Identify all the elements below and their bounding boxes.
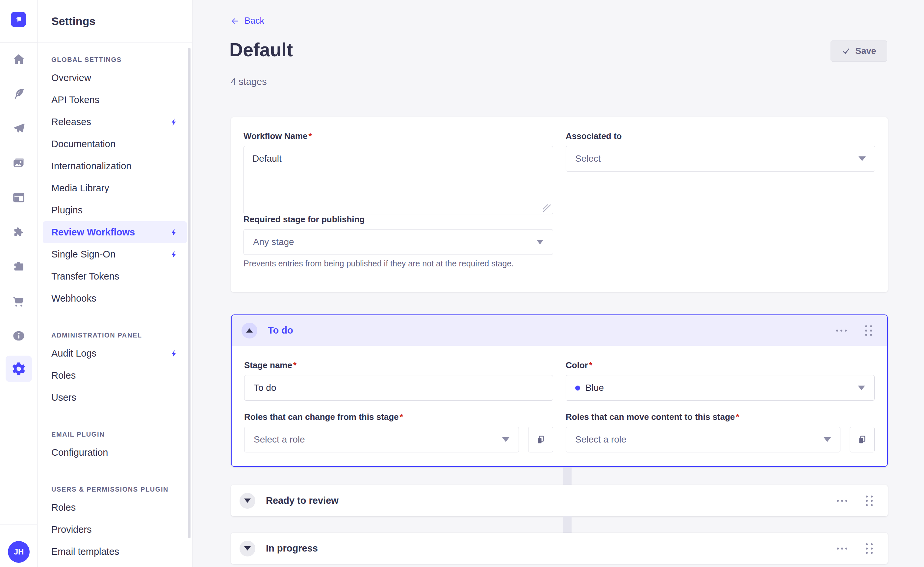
required-asterisk: * — [293, 360, 297, 370]
strapi-logo-icon — [14, 15, 23, 24]
rail-divider-bottom — [0, 525, 38, 525]
stage-color-label: Color* — [566, 360, 592, 370]
layout-panel-icon[interactable] — [11, 190, 27, 206]
stage-card-todo: To do Stage name* Color* — [231, 314, 888, 467]
content-type-builder-icon[interactable] — [11, 86, 27, 102]
plugins-puzzle-icon[interactable] — [11, 224, 27, 240]
associated-to-select[interactable]: Select — [566, 146, 875, 171]
information-icon[interactable] — [11, 328, 27, 344]
main-content: Back Default 4 stages Save Workflow Name… — [192, 0, 924, 567]
sidebar-item-audit-logs[interactable]: Audit Logs — [43, 343, 187, 364]
stage-title: In progress — [266, 543, 318, 554]
expand-button[interactable] — [240, 493, 255, 509]
sidebar-item-api-tokens[interactable]: API Tokens — [43, 89, 187, 111]
lightning-icon — [170, 118, 178, 126]
drag-handle-icon[interactable] — [864, 493, 874, 508]
settings-gear-icon[interactable] — [6, 356, 32, 382]
page-title: Default — [230, 39, 293, 60]
stage-color-field: Color* Blue — [566, 360, 874, 401]
roles-move-select[interactable]: Select a role — [566, 427, 840, 453]
stage-connector — [563, 516, 572, 533]
chevron-down-icon — [244, 546, 251, 550]
sidebar-item-users[interactable]: Users — [43, 387, 187, 409]
stage-color-select[interactable]: Blue — [566, 375, 874, 401]
associated-to-field: Associated to Select — [566, 131, 875, 268]
lightning-icon — [170, 349, 178, 358]
sidebar-item-media-library[interactable]: Media Library — [43, 177, 187, 199]
section-email-plugin: EMAIL PLUGIN — [43, 427, 187, 442]
strapi-logo[interactable] — [11, 12, 26, 27]
roles-move-label: Roles that can move content to this stag… — [566, 412, 739, 422]
sidebar-item-overview[interactable]: Overview — [43, 67, 187, 89]
lightning-icon — [170, 228, 178, 237]
sidebar-item-configuration[interactable]: Configuration — [43, 442, 187, 463]
stage-connector — [563, 467, 572, 485]
sidebar-scrollbar[interactable] — [188, 48, 190, 538]
required-stage-label: Required stage for publishing — [243, 214, 364, 224]
stage-title: To do — [268, 325, 293, 336]
stage-card-in-progress: In progress — [231, 533, 888, 564]
chevron-down-icon — [858, 386, 865, 390]
app-window: JH Settings GLOBAL SETTINGS Overview API… — [0, 0, 924, 567]
duplicate-roles-button[interactable] — [528, 427, 553, 453]
drag-handle-icon[interactable] — [864, 541, 874, 556]
required-asterisk: * — [309, 131, 312, 141]
expand-button[interactable] — [240, 541, 255, 556]
workflow-name-label: Workflow Name* — [243, 131, 312, 141]
sidebar-item-up-roles[interactable]: Roles — [43, 496, 187, 519]
required-stage-hint: Prevents entries from being published if… — [243, 259, 553, 268]
stage-menu-icon[interactable] — [834, 328, 849, 334]
purchase-cart-icon[interactable] — [11, 293, 27, 309]
nav-rail: JH — [0, 0, 38, 567]
workflow-name-field: Workflow Name* Default Required stage fo… — [243, 131, 553, 268]
section-users-permissions-plugin: USERS & PERMISSIONS PLUGIN — [43, 482, 187, 496]
sidebar-item-admin-roles[interactable]: Roles — [43, 364, 187, 387]
duplicate-roles-button[interactable] — [850, 427, 874, 453]
marketplace-puzzle-icon[interactable] — [11, 259, 27, 275]
sidebar-item-webhooks[interactable]: Webhooks — [43, 287, 187, 310]
home-icon[interactable] — [11, 51, 27, 67]
required-stage-select[interactable]: Any stage — [243, 229, 553, 255]
drag-handle-icon[interactable] — [863, 323, 874, 338]
sidebar-item-review-workflows[interactable]: Review Workflows — [43, 221, 187, 243]
stage-name-input[interactable] — [244, 375, 553, 401]
sidebar-item-providers[interactable]: Providers — [43, 519, 187, 541]
associated-to-label: Associated to — [566, 131, 622, 141]
sidebar-item-documentation[interactable]: Documentation — [43, 133, 187, 155]
section-administration-panel: ADMINISTRATION PANEL — [43, 328, 187, 343]
check-icon — [842, 47, 850, 56]
save-button[interactable]: Save — [831, 41, 887, 62]
sidebar-item-advanced-settings[interactable]: Advanced settings — [43, 563, 187, 567]
user-avatar[interactable]: JH — [8, 541, 30, 563]
sidebar-item-email-templates[interactable]: Email templates — [43, 541, 187, 563]
chevron-down-icon — [536, 240, 544, 244]
stage-name-field: Stage name* — [244, 360, 553, 401]
chevron-down-icon — [858, 156, 866, 161]
sidebar-header: Settings — [38, 0, 192, 42]
color-swatch-blue — [575, 386, 580, 391]
sidebar-item-single-sign-on[interactable]: Single Sign-On — [43, 243, 187, 265]
stage-menu-icon[interactable] — [835, 498, 849, 504]
stage-card-ready-to-review: Ready to review — [231, 485, 888, 516]
stage-name-label: Stage name* — [244, 360, 297, 370]
roles-move-field: Roles that can move content to this stag… — [566, 412, 874, 453]
back-arrow-icon — [230, 16, 240, 26]
stage-title: Ready to review — [266, 495, 339, 506]
copy-icon — [536, 435, 546, 445]
stage-menu-icon[interactable] — [835, 546, 849, 552]
rail-divider — [0, 42, 38, 43]
releases-plane-icon[interactable] — [11, 120, 27, 136]
collapse-button[interactable] — [242, 323, 257, 338]
chevron-down-icon — [824, 437, 831, 442]
roles-change-select[interactable]: Select a role — [244, 427, 519, 453]
sidebar-item-transfer-tokens[interactable]: Transfer Tokens — [43, 265, 187, 287]
media-library-icon[interactable] — [11, 155, 27, 171]
back-link[interactable]: Back — [230, 16, 264, 26]
workflow-name-input[interactable]: Default — [243, 146, 553, 214]
roles-change-label: Roles that can change from this stage* — [244, 412, 403, 422]
stage-header-todo: To do — [232, 315, 887, 346]
sidebar-item-plugins[interactable]: Plugins — [43, 199, 187, 221]
avatar-initials: JH — [14, 547, 24, 556]
sidebar-item-releases[interactable]: Releases — [43, 111, 187, 133]
sidebar-item-internationalization[interactable]: Internationalization — [43, 155, 187, 177]
